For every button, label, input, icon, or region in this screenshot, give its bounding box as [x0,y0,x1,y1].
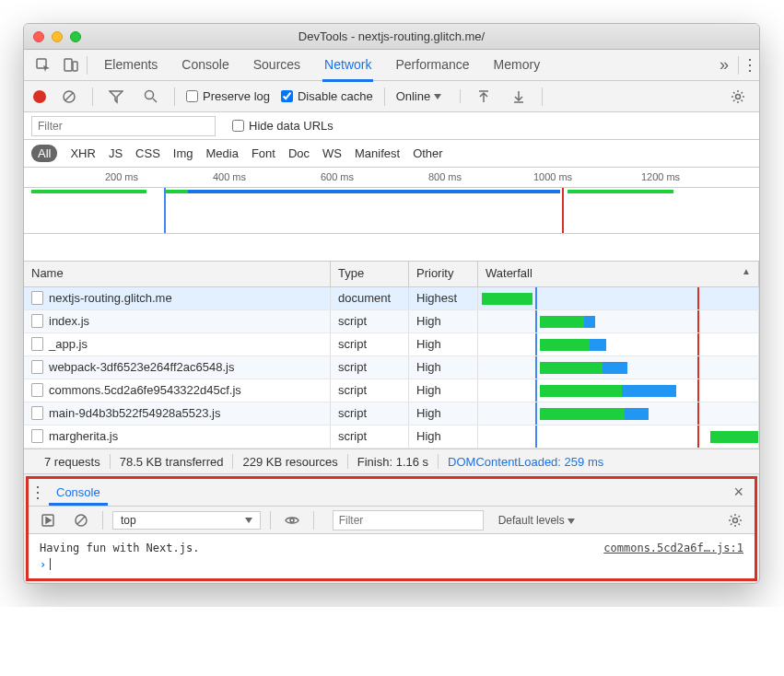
record-button[interactable] [33,90,46,103]
panel-tabs: Elements Console Sources Network Perform… [102,50,542,81]
type-manifest[interactable]: Manifest [355,146,400,160]
play-icon[interactable] [36,508,60,532]
upload-icon[interactable] [472,85,496,109]
file-icon [31,429,43,443]
eye-icon[interactable] [280,508,304,532]
preserve-log-check[interactable]: Preserve log [186,89,270,103]
type-ws[interactable]: WS [322,146,342,160]
download-icon[interactable] [507,85,531,109]
tab-performance[interactable]: Performance [393,50,471,81]
timeline-ruler[interactable]: 200 ms 400 ms 600 ms 800 ms 1000 ms 1200… [24,168,759,188]
clear-icon[interactable] [57,85,81,109]
type-font[interactable]: Font [252,146,275,160]
drawer-tab-console[interactable]: Console [49,481,108,506]
device-icon[interactable] [59,53,83,77]
tab-sources[interactable]: Sources [252,50,302,81]
console-output[interactable]: Having fun with Next.js. commons.5cd2a6f… [29,534,755,578]
type-js[interactable]: JS [109,146,123,160]
file-icon [31,383,43,397]
filter-input[interactable] [31,116,216,136]
chevron-down-icon [568,519,575,524]
type-all[interactable]: All [31,145,57,162]
console-highlight: Console × top Default levels Having fun … [26,476,757,581]
type-img[interactable]: Img [173,146,193,160]
console-filter-input[interactable] [333,510,484,530]
tab-memory[interactable]: Memory [492,50,543,81]
type-other[interactable]: Other [413,146,443,160]
request-grid-header: Name Type Priority Waterfall▲ [24,262,759,287]
summary-dcl: DOMContentLoaded: 259 ms [439,455,613,469]
svg-rect-1 [64,59,72,71]
col-type[interactable]: Type [331,262,409,286]
log-levels-select[interactable]: Default levels [498,514,575,527]
svg-point-5 [146,90,154,99]
type-doc[interactable]: Doc [288,146,310,160]
col-name[interactable]: Name [24,262,331,286]
hide-data-urls-check[interactable]: Hide data URLs [232,119,333,133]
file-icon [31,406,43,420]
table-row[interactable]: commons.5cd2a6fe9543322d45cf.js script H… [24,379,759,402]
throttling-select[interactable]: Online [396,89,462,103]
overview-strip[interactable] [24,188,759,234]
close-btn[interactable] [33,31,44,42]
file-icon [31,360,43,374]
disable-cache-check[interactable]: Disable cache [281,89,373,103]
titlebar: DevTools - nextjs-routing.glitch.me/ [24,24,759,50]
console-source-link[interactable]: commons.5cd2a6f….js:1 [603,542,743,554]
col-priority[interactable]: Priority [409,262,478,286]
svg-point-11 [290,519,294,522]
type-css[interactable]: CSS [135,146,160,160]
summary-count: 7 requests [35,455,110,469]
console-settings-icon[interactable] [723,508,747,532]
tab-network[interactable]: Network [322,50,373,82]
zoom-btn[interactable] [70,31,81,42]
chevron-down-icon [434,94,441,99]
svg-rect-2 [73,62,77,71]
summary-bar: 7 requests 78.5 KB transferred 229 KB re… [24,449,759,474]
table-row[interactable]: webpack-3df6523e264ff2ac6548.js script H… [24,356,759,379]
file-icon [31,314,43,328]
drawer-kebab-icon[interactable] [36,485,40,500]
chevron-down-icon [245,518,252,523]
kebab-menu-icon[interactable] [748,58,752,73]
svg-point-12 [733,518,738,522]
request-grid: nextjs-routing.glitch.me document Highes… [24,287,759,449]
table-row[interactable]: nextjs-routing.glitch.me document Highes… [24,287,759,310]
type-xhr[interactable]: XHR [70,146,95,160]
console-prompt[interactable]: › [40,556,743,573]
type-media[interactable]: Media [205,146,238,160]
svg-line-6 [153,99,157,102]
table-row[interactable]: index.js script High [24,310,759,333]
summary-resources: 229 KB resources [233,455,346,469]
file-icon [31,291,43,305]
col-waterfall[interactable]: Waterfall▲ [478,262,759,286]
sort-arrow-icon: ▲ [742,266,751,282]
chevron-right-icon[interactable]: » [720,55,729,75]
filter-bar: Hide data URLs [24,112,759,140]
table-row[interactable]: main-9d4b3b522f54928a5523.js script High [24,402,759,425]
main-tabs-bar: Elements Console Sources Network Perform… [24,50,759,81]
close-icon[interactable]: × [730,483,747,502]
traffic-lights [33,31,81,42]
tab-elements[interactable]: Elements [102,50,159,81]
search-icon[interactable] [139,85,163,109]
summary-transferred: 78.5 KB transferred [111,455,233,469]
type-filter-bar: All XHR JS CSS Img Media Font Doc WS Man… [24,140,759,168]
svg-line-4 [65,93,73,100]
inspect-icon[interactable] [31,53,55,77]
filter-icon[interactable] [104,85,128,109]
settings-gear-icon[interactable] [726,85,750,109]
tab-console[interactable]: Console [180,50,230,81]
clear-console-icon[interactable] [69,508,93,532]
table-row[interactable]: margherita.js script High [24,425,759,449]
minimize-btn[interactable] [52,31,63,42]
devtools-window: DevTools - nextjs-routing.glitch.me/ Ele… [23,23,760,584]
svg-line-10 [77,517,85,524]
console-message: Having fun with Next.js. commons.5cd2a6f… [40,540,743,556]
context-select[interactable]: top [112,511,261,530]
window-title: DevTools - nextjs-routing.glitch.me/ [24,29,759,43]
svg-point-7 [736,94,741,99]
network-toolbar: Preserve log Disable cache Online [24,81,759,112]
table-row[interactable]: _app.js script High [24,333,759,356]
drawer-tabs: Console × [29,479,755,507]
